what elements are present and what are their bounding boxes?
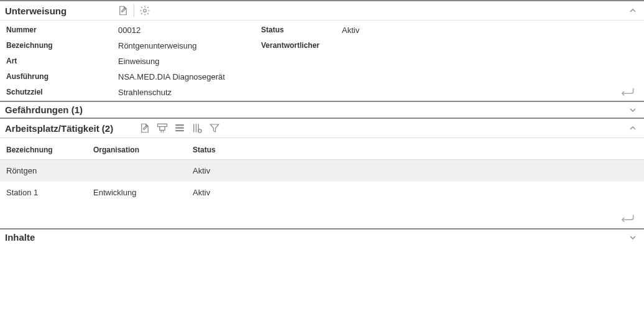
panel-title-gefaehrdungen: Gefährdungen (1) (5, 104, 83, 115)
return-icon[interactable] (619, 212, 635, 223)
label-verantwortlicher: Verantwortlicher (261, 41, 342, 50)
value-verantwortlicher (342, 41, 466, 50)
cell-status: Aktiv (186, 182, 644, 203)
filter-icon[interactable] (208, 121, 221, 135)
panel-arbeitsplatz: Arbeitsplatz/Tätigkeit (2) (0, 118, 644, 228)
cell-organisation (87, 160, 186, 182)
svg-rect-2 (175, 124, 184, 126)
label-schutzziel: Schutzziel (6, 88, 118, 97)
svg-rect-4 (175, 130, 184, 131)
expand-toggle-inhalte[interactable] (628, 233, 638, 243)
label-bezeichnung: Bezeichnung (6, 41, 118, 50)
toolbar-arbeitsplatz (138, 121, 221, 135)
list-icon[interactable] (173, 121, 186, 135)
cell-bezeichnung: Station 1 (0, 182, 87, 203)
panel-header-gefaehrdungen: Gefährdungen (1) (0, 102, 644, 118)
value-ausfuehrung: NSA.MED.DIA Diagnosegerät (118, 72, 261, 81)
svg-rect-1 (158, 124, 167, 126)
return-icon[interactable] (619, 86, 635, 97)
panel-inhalte: Inhalte (0, 228, 644, 245)
col-bezeichnung[interactable]: Bezeichnung (0, 141, 87, 160)
col-organisation[interactable]: Organisation (87, 141, 186, 160)
expand-toggle-gefaehrdungen[interactable] (628, 105, 638, 115)
table-row[interactable]: Station 1 Entwicklung Aktiv (0, 182, 644, 203)
panel-header-inhalte: Inhalte (0, 229, 644, 245)
panel-gefaehrdungen: Gefährdungen (1) (0, 101, 644, 118)
label-nummer: Nummer (6, 25, 118, 35)
label-status: Status (261, 25, 342, 35)
value-bezeichnung: Röntgenunterweisung (118, 41, 261, 50)
arbeitsplatz-table: Bezeichnung Organisation Status Röntgen … (0, 141, 644, 203)
panel-unterweisung: Unterweisung Nummer 00012 Status A (0, 0, 644, 101)
gear-icon[interactable] (138, 4, 152, 17)
cell-status: Aktiv (186, 160, 644, 182)
edit-icon[interactable] (138, 121, 152, 135)
panel-header-unterweisung: Unterweisung (0, 1, 644, 21)
edit-icon[interactable] (116, 4, 130, 17)
toolbar-unterweisung (116, 4, 152, 17)
collapse-toggle-arbeitsplatz[interactable] (628, 123, 638, 133)
collapse-toggle-unterweisung[interactable] (628, 6, 638, 16)
svg-rect-3 (175, 127, 184, 129)
panel-title-inhalte: Inhalte (5, 232, 35, 243)
col-status[interactable]: Status (186, 141, 644, 160)
label-ausfuehrung: Ausführung (6, 72, 118, 81)
value-schutzziel: Strahlenschutz (118, 88, 261, 97)
value-art: Einweisung (118, 57, 261, 66)
cell-organisation: Entwicklung (87, 182, 186, 203)
panel-title-unterweisung: Unterweisung (5, 6, 67, 16)
panel-header-arbeitsplatz: Arbeitsplatz/Tätigkeit (2) (0, 119, 644, 138)
table-row[interactable]: Röntgen Aktiv (0, 160, 644, 182)
value-status: Aktiv (342, 25, 466, 35)
assign-icon[interactable] (155, 121, 169, 135)
panel-body-arbeitsplatz: Bezeichnung Organisation Status Röntgen … (0, 141, 644, 228)
cell-bezeichnung: Röntgen (0, 160, 87, 182)
svg-point-0 (144, 9, 147, 12)
toolbar-divider (134, 4, 134, 17)
panel-title-arbeitsplatz: Arbeitsplatz/Tätigkeit (2) (5, 123, 113, 134)
panel-body-unterweisung: Nummer 00012 Status Aktiv Bezeichnung Rö… (0, 21, 644, 101)
columns-settings-icon[interactable] (190, 121, 204, 135)
value-nummer: 00012 (118, 25, 261, 35)
label-art: Art (6, 57, 118, 66)
